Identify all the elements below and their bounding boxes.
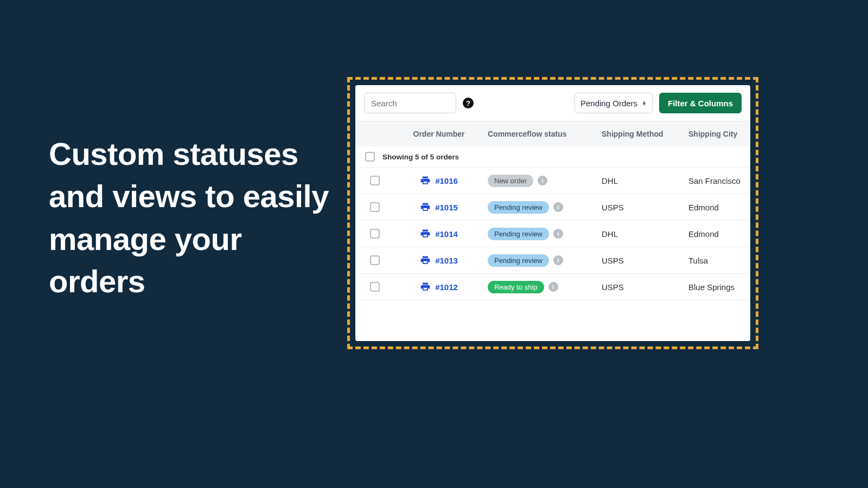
info-icon[interactable]: i — [553, 202, 563, 212]
row-checkbox[interactable] — [370, 202, 380, 212]
summary-row: Showing 5 of 5 orders — [355, 146, 750, 168]
status-cell: Pending reviewi — [488, 228, 602, 240]
toolbar: ? Pending Orders ▲▼ Filter & Columns — [355, 85, 750, 121]
shipping-city-cell: Tulsa — [688, 256, 746, 265]
row-checkbox[interactable] — [370, 229, 380, 239]
row-checkbox-cell — [360, 229, 390, 239]
info-icon[interactable]: i — [538, 176, 547, 185]
status-cell: Pending reviewi — [488, 254, 602, 267]
table-row: #1012Ready to shipiUSPSBlue Springs — [355, 274, 750, 300]
order-number-link[interactable]: #1014 — [435, 229, 458, 239]
status-badge: Pending review — [488, 228, 549, 240]
table-row: #1014Pending reviewiDHLEdmond — [355, 221, 750, 247]
table-row: #1015Pending reviewiUSPSEdmond — [355, 194, 750, 221]
hero-headline: Custom statuses and views to easily mana… — [49, 133, 336, 303]
select-all-checkbox[interactable] — [365, 152, 375, 162]
status-badge: Pending review — [488, 201, 549, 214]
filter-columns-button[interactable]: Filter & Columns — [659, 93, 742, 113]
printer-icon[interactable] — [420, 255, 431, 266]
order-number-cell: #1016 — [390, 175, 488, 186]
order-number-link[interactable]: #1015 — [435, 203, 458, 212]
table-row: #1013Pending reviewiUSPSTulsa — [355, 247, 750, 274]
status-cell: Ready to shipi — [488, 281, 602, 293]
order-number-link[interactable]: #1013 — [435, 256, 458, 265]
order-number-cell: #1012 — [390, 281, 488, 292]
info-icon[interactable]: i — [553, 229, 563, 239]
shipping-city-cell: Blue Springs — [688, 282, 746, 292]
status-badge: New order — [488, 175, 533, 187]
table-header: Order Number Commerceflow status Shippin… — [355, 121, 750, 146]
printer-icon[interactable] — [420, 175, 431, 186]
view-select-label: Pending Orders — [580, 99, 637, 108]
shipping-method-cell: USPS — [602, 203, 688, 212]
printer-icon[interactable] — [420, 281, 431, 292]
printer-icon[interactable] — [420, 228, 431, 239]
order-number-link[interactable]: #1016 — [435, 176, 458, 185]
shipping-method-cell: USPS — [602, 282, 688, 292]
summary-text: Showing 5 of 5 orders — [382, 153, 459, 161]
view-select[interactable]: Pending Orders ▲▼ — [575, 93, 653, 113]
sort-icon: ▲▼ — [642, 101, 647, 106]
help-icon[interactable]: ? — [463, 98, 474, 108]
status-cell: Pending reviewi — [488, 201, 602, 214]
order-number-link[interactable]: #1012 — [435, 282, 458, 292]
header-shipping-method: Shipping Method — [602, 130, 688, 138]
order-number-cell: #1015 — [390, 202, 488, 213]
order-number-cell: #1013 — [390, 255, 488, 266]
status-badge: Pending review — [488, 254, 549, 267]
info-icon[interactable]: i — [553, 255, 563, 265]
highlight-frame: ? Pending Orders ▲▼ Filter & Columns Ord… — [347, 77, 758, 349]
shipping-method-cell: DHL — [602, 229, 688, 239]
status-badge: Ready to ship — [488, 281, 544, 293]
orders-panel: ? Pending Orders ▲▼ Filter & Columns Ord… — [355, 85, 750, 341]
row-checkbox-cell — [360, 282, 390, 292]
printer-icon[interactable] — [420, 202, 431, 213]
table-row: #1016New orderiDHLSan Francisco — [355, 168, 750, 194]
row-checkbox-cell — [360, 255, 390, 265]
row-checkbox-cell — [360, 202, 390, 212]
header-shipping-city: Shipping City — [688, 130, 746, 138]
search-input[interactable] — [364, 93, 456, 113]
shipping-city-cell: Edmond — [688, 229, 746, 239]
info-icon[interactable]: i — [548, 282, 558, 292]
order-number-cell: #1014 — [390, 228, 488, 239]
table-body: #1016New orderiDHLSan Francisco#1015Pend… — [355, 168, 750, 300]
header-status: Commerceflow status — [488, 130, 602, 138]
row-checkbox[interactable] — [370, 176, 380, 185]
status-cell: New orderi — [488, 175, 602, 187]
header-order-number: Order Number — [390, 130, 488, 138]
shipping-city-cell: Edmond — [688, 203, 746, 212]
shipping-method-cell: USPS — [602, 256, 688, 265]
shipping-method-cell: DHL — [602, 176, 688, 185]
row-checkbox-cell — [360, 176, 390, 185]
row-checkbox[interactable] — [370, 255, 380, 265]
shipping-city-cell: San Francisco — [688, 176, 746, 185]
row-checkbox[interactable] — [370, 282, 380, 292]
